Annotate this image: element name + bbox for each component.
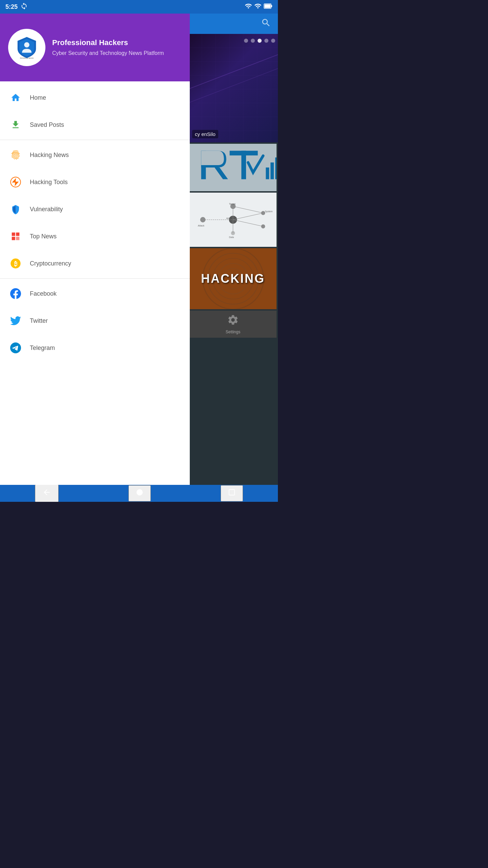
hero-image — [188, 34, 278, 142]
app-name: Professional Hackers — [52, 38, 164, 48]
status-right — [245, 2, 272, 11]
svg-point-54 — [208, 253, 259, 304]
fingerprint-bg — [189, 248, 277, 309]
grid-icon — [9, 230, 22, 242]
svg-text:Target: Target — [229, 203, 236, 205]
signal-icon — [254, 2, 262, 11]
svg-rect-31 — [230, 151, 258, 156]
sidebar: PROFESSIONAL HACKERS ON SECURITY Profess… — [0, 14, 190, 485]
svg-text:PROFESSIONAL HACKERS: PROFESSIONAL HACKERS — [20, 58, 34, 59]
settings-icon — [227, 314, 239, 328]
sidebar-item-hacking-tools[interactable]: Hacking Tools — [0, 169, 190, 196]
facebook-icon — [9, 288, 22, 300]
app-logo: PROFESSIONAL HACKERS ON SECURITY — [8, 29, 45, 66]
sidebar-item-cryptocurrency[interactable]: ₿ Cryptocurrency — [0, 250, 190, 277]
dot-2 — [251, 39, 255, 43]
svg-point-57 — [223, 269, 243, 289]
bitcoin-icon: ₿ — [9, 257, 22, 270]
sidebar-header: PROFESSIONAL HACKERS ON SECURITY Profess… — [0, 14, 190, 81]
svg-point-55 — [213, 258, 253, 299]
svg-line-26 — [188, 55, 278, 89]
home-label: Home — [30, 94, 46, 101]
sidebar-item-telegram[interactable]: Telegram — [0, 334, 190, 361]
svg-rect-8 — [16, 233, 19, 236]
dot-4 — [264, 39, 268, 43]
svg-rect-10 — [16, 237, 19, 240]
svg-rect-34 — [275, 157, 277, 179]
svg-rect-60 — [229, 490, 235, 495]
sidebar-item-twitter[interactable]: Twitter — [0, 307, 190, 334]
dot-1 — [244, 39, 248, 43]
status-bar: 5:25 — [0, 0, 278, 14]
dot-5 — [271, 39, 275, 43]
svg-text:Data: Data — [229, 236, 234, 238]
bottom-nav — [0, 485, 278, 502]
cryptocurrency-label: Cryptocurrency — [30, 260, 71, 267]
svg-rect-2 — [271, 5, 272, 7]
lightning-icon — [9, 176, 22, 188]
slider-dots — [244, 39, 275, 43]
svg-rect-9 — [12, 237, 15, 240]
app-info: Professional Hackers Cyber Security and … — [52, 38, 164, 57]
home-icon — [9, 92, 22, 104]
telegram-label: Telegram — [30, 344, 55, 352]
twitter-icon — [9, 315, 22, 327]
content-panel: cy enSilo — [188, 14, 278, 485]
home-nav-button[interactable] — [128, 485, 151, 501]
hero-slider: cy enSilo — [188, 34, 278, 142]
twitter-label: Twitter — [30, 317, 48, 324]
sync-icon — [20, 2, 28, 12]
svg-point-53 — [203, 248, 264, 309]
network-diagram-card[interactable]: Attack Target System Data OC — [189, 193, 277, 247]
dot-3 — [258, 39, 262, 43]
svg-rect-33 — [270, 162, 274, 179]
hacking-image-card[interactable]: HACKING — [189, 248, 277, 309]
battery-icon — [264, 3, 272, 11]
sidebar-item-home[interactable]: Home — [0, 84, 190, 111]
svg-rect-32 — [266, 167, 269, 179]
back-button[interactable] — [35, 485, 59, 502]
search-button[interactable] — [261, 18, 271, 30]
sidebar-item-facebook[interactable]: Facebook — [0, 280, 190, 307]
vulnerability-label: Vulnerability — [30, 206, 63, 213]
sidebar-item-saved-posts[interactable]: Saved Posts — [0, 111, 190, 138]
svg-point-58 — [228, 274, 238, 284]
svg-point-56 — [218, 263, 248, 294]
recent-apps-button[interactable] — [221, 485, 243, 501]
facebook-label: Facebook — [30, 290, 57, 297]
svg-line-27 — [188, 68, 278, 103]
svg-point-59 — [137, 489, 143, 495]
top-news-label: Top News — [30, 233, 57, 240]
main-layout: PROFESSIONAL HACKERS ON SECURITY Profess… — [0, 14, 278, 485]
shield-icon — [9, 203, 22, 215]
content-grid: Attack Target System Data OC — [188, 142, 278, 339]
divider-2 — [0, 278, 190, 279]
sidebar-menu: Home Saved Posts Hacking N — [0, 81, 190, 485]
sidebar-item-hacking-news[interactable]: Hacking News — [0, 141, 190, 169]
svg-text:₿: ₿ — [14, 260, 17, 267]
divider-1 — [0, 140, 190, 140]
settings-card[interactable]: Settings — [189, 311, 277, 338]
content-header — [188, 14, 278, 34]
svg-rect-7 — [12, 233, 15, 236]
svg-point-36 — [200, 217, 206, 222]
saved-posts-label: Saved Posts — [30, 121, 64, 129]
telegram-icon — [9, 342, 22, 354]
wifi-icon — [245, 2, 252, 11]
app-subtitle: Cyber Security and Technology News Platf… — [52, 50, 164, 57]
download-icon — [9, 119, 22, 131]
sidebar-item-top-news[interactable]: Top News — [0, 223, 190, 250]
status-time: 5:25 — [5, 3, 18, 11]
svg-point-41 — [261, 224, 265, 229]
fingerprint-icon — [9, 149, 22, 161]
svg-rect-1 — [265, 4, 271, 8]
status-left: 5:25 — [5, 2, 28, 12]
rt-logo-card[interactable] — [189, 144, 277, 191]
sidebar-item-vulnerability[interactable]: Vulnerability — [0, 196, 190, 223]
hacking-tools-label: Hacking Tools — [30, 179, 68, 186]
svg-point-3 — [24, 42, 29, 47]
svg-text:OC: OC — [226, 217, 230, 219]
svg-text:System: System — [265, 210, 272, 213]
hacking-news-label: Hacking News — [30, 152, 69, 159]
svg-text:Attack: Attack — [198, 224, 205, 227]
